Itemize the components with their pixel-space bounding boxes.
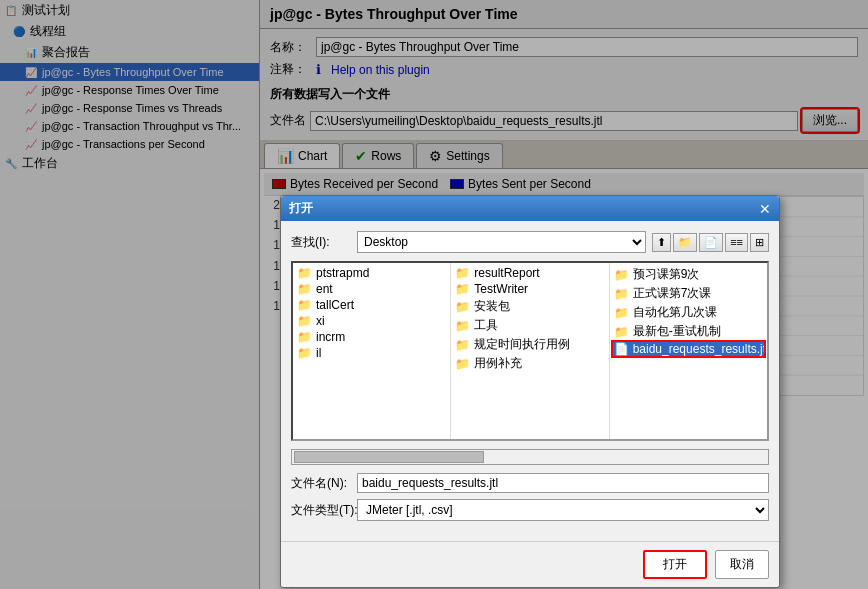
dialog-footer: 打开 取消 <box>281 541 779 587</box>
open-file-dialog: 打开 ✕ 查找(I): Desktop ⬆ 📁 📄 ≡≡ ⊞ <box>280 195 780 588</box>
folder-icon: 📁 <box>455 300 470 314</box>
file-item-install-pkg[interactable]: 📁 安装包 <box>453 297 606 316</box>
cancel-button[interactable]: 取消 <box>715 550 769 579</box>
folder-icon: 📁 <box>297 346 312 360</box>
file-item-preview9[interactable]: 📁 预习课第9次 <box>612 265 765 284</box>
folder-icon: 📁 <box>455 319 470 333</box>
file-item-incrm[interactable]: 📁 incrm <box>295 329 448 345</box>
file-item-ent[interactable]: 📁 ent <box>295 281 448 297</box>
folder-icon: 📁 <box>297 282 312 296</box>
file-col-2: 📁 resultReport 📁 TestWriter 📁 安装包 📁 工具 <box>451 263 609 439</box>
dialog-body: 查找(I): Desktop ⬆ 📁 📄 ≡≡ ⊞ 📁 <box>281 221 779 541</box>
folder-icon: 📁 <box>297 314 312 328</box>
toolbar-btn-folder[interactable]: 📁 <box>673 233 697 252</box>
open-button[interactable]: 打开 <box>643 550 707 579</box>
file-item-tallcert[interactable]: 📁 tallCert <box>295 297 448 313</box>
file-item-bootstrapmd[interactable]: 📁 ptstrapmd <box>295 265 448 281</box>
folder-icon: 📁 <box>455 357 470 371</box>
filename-dialog-label: 文件名(N): <box>291 475 351 492</box>
file-item-xi[interactable]: 📁 xi <box>295 313 448 329</box>
filename-row: 文件名(N): <box>291 473 769 493</box>
lookup-row: 查找(I): Desktop ⬆ 📁 📄 ≡≡ ⊞ <box>291 231 769 253</box>
scrollbar-thumb[interactable] <box>294 451 484 463</box>
file-item-automation[interactable]: 📁 自动化第几次课 <box>612 303 765 322</box>
dialog-close-button[interactable]: ✕ <box>759 201 771 217</box>
folder-icon: 📁 <box>614 306 629 320</box>
folder-icon: 📁 <box>297 330 312 344</box>
lookup-label: 查找(I): <box>291 234 351 251</box>
dialog-title: 打开 <box>289 200 313 217</box>
filetype-row: 文件类型(T): JMeter [.jtl, .csv] <box>291 499 769 521</box>
dialog-titlebar: 打开 ✕ <box>281 196 779 221</box>
file-item-resultreport[interactable]: 📁 resultReport <box>453 265 606 281</box>
toolbar-btn-up[interactable]: ⬆ <box>652 233 671 252</box>
file-col-1: 📁 ptstrapmd 📁 ent 📁 tallCert 📁 xi <box>293 263 451 439</box>
file-item-tools[interactable]: 📁 工具 <box>453 316 606 335</box>
horizontal-scrollbar[interactable] <box>291 449 769 465</box>
toolbar-btn-detail[interactable]: ⊞ <box>750 233 769 252</box>
lookup-select[interactable]: Desktop <box>357 231 646 253</box>
file-item-baidu-results[interactable]: 📄 baidu_requests_results.jtl <box>612 341 765 357</box>
file-item-case-addition[interactable]: 📁 用例补充 <box>453 354 606 373</box>
file-item-latest-pkg[interactable]: 📁 最新包-重试机制 <box>612 322 765 341</box>
file-list-area: 📁 ptstrapmd 📁 ent 📁 tallCert 📁 xi <box>291 261 769 441</box>
file-item-testwriter[interactable]: 📁 TestWriter <box>453 281 606 297</box>
folder-icon: 📁 <box>297 266 312 280</box>
dialog-overlay: 打开 ✕ 查找(I): Desktop ⬆ 📁 📄 ≡≡ ⊞ <box>0 0 868 589</box>
toolbar-btn-new[interactable]: 📄 <box>699 233 723 252</box>
file-item-timed-exec[interactable]: 📁 规定时间执行用例 <box>453 335 606 354</box>
filetype-label: 文件类型(T): <box>291 502 351 519</box>
file-item-class7[interactable]: 📁 正式课第7次课 <box>612 284 765 303</box>
filetype-select[interactable]: JMeter [.jtl, .csv] <box>357 499 769 521</box>
dialog-toolbar: ⬆ 📁 📄 ≡≡ ⊞ <box>652 233 769 252</box>
file-col-3: 📁 预习课第9次 📁 正式课第7次课 📁 自动化第几次课 📁 最新包-重试机制 <box>610 263 767 439</box>
jtl-file-icon: 📄 <box>614 342 629 356</box>
folder-icon: 📁 <box>455 282 470 296</box>
folder-icon: 📁 <box>297 298 312 312</box>
folder-icon: 📁 <box>614 287 629 301</box>
file-item-il[interactable]: 📁 il <box>295 345 448 361</box>
folder-icon: 📁 <box>614 268 629 282</box>
filename-dialog-input[interactable] <box>357 473 769 493</box>
folder-icon: 📁 <box>455 266 470 280</box>
folder-icon: 📁 <box>455 338 470 352</box>
folder-icon: 📁 <box>614 325 629 339</box>
toolbar-btn-list[interactable]: ≡≡ <box>725 233 748 252</box>
